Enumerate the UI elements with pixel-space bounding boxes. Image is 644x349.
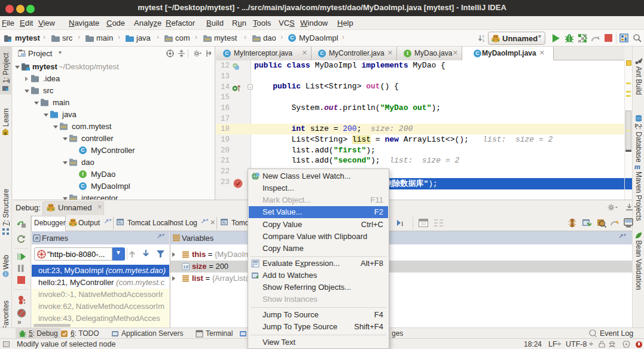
svg-text:9: 9 — [483, 39, 484, 42]
svg-text:18: 18 — [183, 264, 188, 270]
svg-text:I: I — [401, 221, 403, 227]
svg-text:0: 0 — [483, 35, 484, 38]
